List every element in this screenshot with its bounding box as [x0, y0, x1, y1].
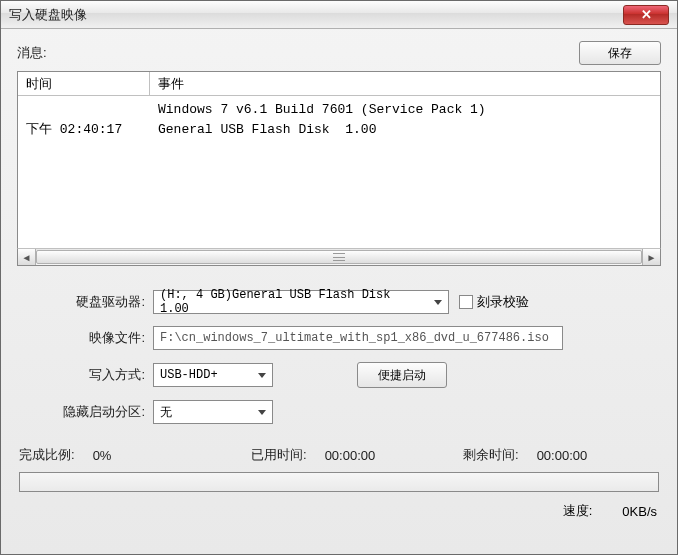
log-panel: 时间 事件 Windows 7 v6.1 Build 7601 (Service… [17, 71, 661, 249]
verify-label: 刻录校验 [477, 293, 529, 311]
titlebar[interactable]: 写入硬盘映像 ✕ [1, 1, 677, 29]
save-button[interactable]: 保存 [579, 41, 661, 65]
log-event: General USB Flash Disk 1.00 [150, 120, 660, 140]
scroll-track[interactable] [36, 249, 642, 265]
log-header: 时间 事件 [18, 72, 660, 96]
stat-remaining: 剩余时间: 00:00:00 [463, 446, 587, 464]
log-row[interactable]: Windows 7 v6.1 Build 7601 (Service Pack … [18, 100, 660, 120]
write-method-select[interactable]: USB-HDD+ [153, 363, 273, 387]
close-icon: ✕ [641, 7, 652, 22]
log-event: Windows 7 v6.1 Build 7601 (Service Pack … [150, 100, 660, 120]
percent-value: 0% [93, 448, 112, 463]
remaining-label: 剩余时间: [463, 446, 519, 464]
stat-elapsed: 已用时间: 00:00:00 [251, 446, 463, 464]
remaining-value: 00:00:00 [537, 448, 588, 463]
close-button[interactable]: ✕ [623, 5, 669, 25]
method-label: 写入方式: [23, 366, 153, 384]
info-label: 消息: [17, 44, 47, 62]
image-path-value: F:\cn_windows_7_ultimate_with_sp1_x86_dv… [160, 331, 549, 345]
horizontal-scrollbar[interactable]: ◄ ► [17, 248, 661, 266]
column-header-time[interactable]: 时间 [18, 72, 150, 95]
progress-bar [19, 472, 659, 492]
chevron-down-icon [258, 410, 266, 415]
percent-label: 完成比例: [19, 446, 75, 464]
quick-boot-button[interactable]: 便捷启动 [357, 362, 447, 388]
hide-row: 隐藏启动分区: 无 [23, 400, 655, 424]
drive-label: 硬盘驱动器: [23, 293, 153, 311]
chevron-down-icon [258, 373, 266, 378]
stats-row: 完成比例: 0% 已用时间: 00:00:00 剩余时间: 00:00:00 [17, 442, 661, 472]
verify-checkbox-wrap[interactable]: 刻录校验 [459, 293, 529, 311]
hide-partition-select[interactable]: 无 [153, 400, 273, 424]
scroll-left-arrow-icon[interactable]: ◄ [18, 249, 36, 265]
elapsed-value: 00:00:00 [325, 448, 376, 463]
dialog-window: 写入硬盘映像 ✕ 消息: 保存 时间 事件 Windows 7 v6.1 Bui… [0, 0, 678, 555]
form-area: 硬盘驱动器: (H:, 4 GB)General USB Flash Disk … [17, 290, 661, 424]
chevron-down-icon [434, 300, 442, 305]
image-label: 映像文件: [23, 329, 153, 347]
hide-partition-label: 隐藏启动分区: [23, 403, 153, 421]
window-title: 写入硬盘映像 [9, 6, 87, 24]
drive-row: 硬盘驱动器: (H:, 4 GB)General USB Flash Disk … [23, 290, 655, 314]
log-time [18, 100, 150, 120]
speed-row: 速度: 0KB/s [17, 492, 661, 520]
speed-value: 0KB/s [622, 504, 657, 519]
drive-select[interactable]: (H:, 4 GB)General USB Flash Disk 1.00 [153, 290, 449, 314]
method-row: 写入方式: USB-HDD+ 便捷启动 [23, 362, 655, 388]
column-header-event[interactable]: 事件 [150, 75, 660, 93]
info-row: 消息: 保存 [17, 41, 661, 65]
log-time: 下午 02:40:17 [18, 120, 150, 140]
method-value: USB-HDD+ [160, 368, 218, 382]
elapsed-label: 已用时间: [251, 446, 307, 464]
stat-percent: 完成比例: 0% [19, 446, 251, 464]
scroll-thumb[interactable] [36, 250, 642, 264]
speed-label: 速度: [563, 502, 593, 520]
log-body: Windows 7 v6.1 Build 7601 (Service Pack … [18, 96, 660, 140]
content-area: 消息: 保存 时间 事件 Windows 7 v6.1 Build 7601 (… [1, 29, 677, 530]
verify-checkbox[interactable] [459, 295, 473, 309]
hide-value: 无 [160, 404, 172, 421]
log-row[interactable]: 下午 02:40:17 General USB Flash Disk 1.00 [18, 120, 660, 140]
drive-value: (H:, 4 GB)General USB Flash Disk 1.00 [160, 288, 424, 316]
image-path-field[interactable]: F:\cn_windows_7_ultimate_with_sp1_x86_dv… [153, 326, 563, 350]
scroll-right-arrow-icon[interactable]: ► [642, 249, 660, 265]
image-row: 映像文件: F:\cn_windows_7_ultimate_with_sp1_… [23, 326, 655, 350]
grip-icon [333, 253, 345, 261]
